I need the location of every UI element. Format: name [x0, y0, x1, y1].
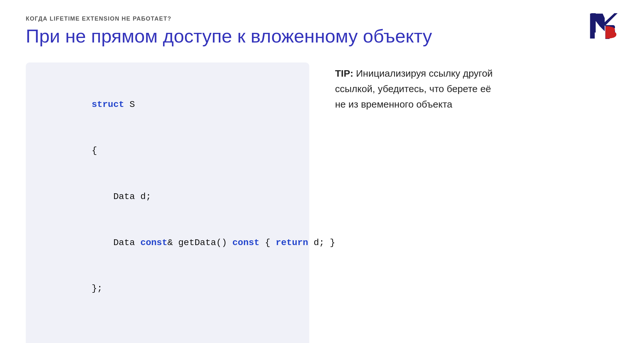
code-line-getdata: Data const& getData() const { return d; …	[48, 220, 287, 266]
keyword-struct: struct	[91, 100, 124, 110]
code-line-struct: struct S	[48, 82, 287, 128]
code-line-data1: auto const& data1 = S().d; // lifetime e…	[48, 327, 287, 343]
tip-label: TIP:	[335, 68, 353, 79]
slide-subtitle: КОГДА LIFETIME EXTENSION НЕ РАБОТАЕТ?	[26, 15, 618, 22]
code-block: struct S { Data d; Data const& getData()…	[26, 62, 309, 343]
slide: КОГДА LIFETIME EXTENSION НЕ РАБОТАЕТ? Пр…	[0, 0, 644, 343]
content-area: struct S { Data d; Data const& getData()…	[26, 62, 618, 343]
slide-title: При не прямом доступе к вложенному объек…	[26, 25, 618, 47]
tip-text: TIP: Инициализируя ссылку другой ссылкой…	[335, 66, 496, 112]
code-line-brace-close: };	[48, 266, 287, 312]
code-struct-name: S	[124, 100, 135, 110]
logo	[589, 12, 621, 41]
code-blank-1	[48, 312, 287, 327]
code-line-data-d: Data d;	[48, 174, 287, 220]
code-line-brace-open: {	[48, 128, 287, 174]
tip-block: TIP: Инициализируя ссылку другой ссылкой…	[335, 62, 496, 112]
tip-content: Инициализируя ссылку другой ссылкой, убе…	[335, 68, 493, 110]
